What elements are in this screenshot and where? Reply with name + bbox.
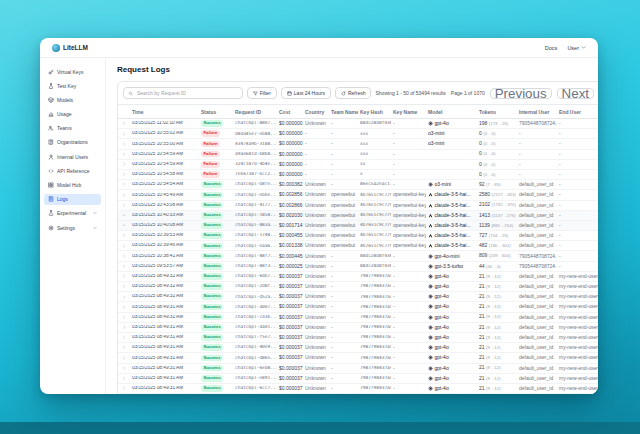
sidebar-item-model-hub[interactable]: Model Hub bbox=[44, 180, 101, 191]
table-row[interactable]: 03/15/2025 10:43:08 AMSuccesschatcmpl-41… bbox=[118, 201, 598, 211]
table-row[interactable]: 03/15/2025 10:45:49 AMSuccesschatcmpl-eb… bbox=[118, 190, 598, 200]
table-row[interactable]: 03/15/2025 08:49:32 AMSuccesschatcmpl-6d… bbox=[118, 272, 598, 282]
status-badge: Success bbox=[201, 232, 223, 239]
model-name: gpt-4o bbox=[435, 335, 449, 340]
tokens-total: 21 bbox=[479, 284, 486, 289]
row-expander[interactable] bbox=[118, 180, 130, 189]
row-expander[interactable] bbox=[118, 150, 130, 159]
search-input[interactable] bbox=[135, 89, 238, 97]
cell-status: Success bbox=[199, 344, 233, 351]
table-row[interactable]: 03/15/2025 09:53:57 AMSuccesschatcmpl-88… bbox=[118, 262, 598, 272]
anthropic-icon bbox=[428, 223, 433, 228]
table-row[interactable]: 03/15/2025 10:40:33 AMSuccesschatcmpl-18… bbox=[118, 211, 598, 221]
row-expander[interactable] bbox=[118, 119, 130, 128]
table-row[interactable]: 03/15/2025 10:39:46 AMSuccesschatcmpl-ea… bbox=[118, 241, 598, 251]
table-row[interactable]: 03/15/2025 08:49:31 AMSuccesschatcmpl-da… bbox=[118, 323, 598, 333]
sidebar-item-logs[interactable]: Logs bbox=[44, 194, 101, 205]
row-expander[interactable] bbox=[118, 353, 130, 362]
table-row[interactable]: 03/15/2025 10:54:54 AMSuccesschatcmpl-b8… bbox=[118, 180, 598, 190]
brand-name: LiteLLM bbox=[63, 44, 88, 51]
row-expander[interactable] bbox=[118, 292, 130, 301]
sidebar-item-internal-users[interactable]: Internal Users bbox=[44, 151, 101, 162]
table-row[interactable]: 03/15/2025 08:49:31 AMSuccesschatcmpl-a0… bbox=[118, 302, 598, 312]
cell-key-name: - bbox=[391, 121, 426, 126]
sidebar-item-label: Experimental bbox=[57, 210, 86, 216]
table-row[interactable]: 03/15/2025 10:54:58 AMFailure7eb67387-bc… bbox=[118, 170, 598, 180]
row-expander[interactable] bbox=[118, 364, 130, 373]
row-expander[interactable] bbox=[118, 343, 130, 352]
table-row[interactable]: 03/15/2025 10:40:08 AMSuccesschatcmpl-88… bbox=[118, 221, 598, 231]
table-row[interactable]: 03/15/2025 08:49:31 AMSuccesschatcmpl-cd… bbox=[118, 313, 598, 323]
row-expander[interactable] bbox=[118, 374, 130, 383]
table-row[interactable]: 03/15/2025 08:49:31 AMSuccesschatcmpl-40… bbox=[118, 343, 598, 353]
sidebar-item-virtual-keys[interactable]: Virtual Keys bbox=[44, 66, 101, 77]
cell-time: 03/15/2025 08:49:31 AM bbox=[130, 305, 199, 310]
row-expander[interactable] bbox=[118, 333, 130, 342]
sidebar: Virtual KeysTest KeyModelsUsageTeamsOrga… bbox=[40, 58, 106, 394]
row-expander[interactable] bbox=[118, 201, 130, 210]
search-box[interactable] bbox=[123, 87, 243, 99]
row-expander[interactable] bbox=[118, 302, 130, 311]
sidebar-item-settings[interactable]: Settings bbox=[44, 222, 101, 233]
app-window: LiteLLM Docs User Virtual KeysTest KeyMo… bbox=[40, 38, 598, 394]
row-expander[interactable] bbox=[118, 190, 130, 199]
row-expander[interactable] bbox=[118, 211, 130, 220]
user-menu[interactable]: User bbox=[567, 45, 586, 51]
sidebar-item-models[interactable]: Models bbox=[44, 94, 101, 105]
row-expander[interactable] bbox=[118, 384, 130, 393]
row-expander[interactable] bbox=[118, 160, 130, 169]
row-expander[interactable] bbox=[118, 221, 130, 230]
row-expander[interactable] bbox=[118, 262, 130, 271]
table-row[interactable]: 03/15/2025 10:39:53 AMSuccesschatcmpl-17… bbox=[118, 231, 598, 241]
table-row[interactable]: 03/15/2025 08:49:32 AMSuccesschatcmpl-2d… bbox=[118, 282, 598, 292]
sidebar-item-teams[interactable]: Teams bbox=[44, 123, 101, 134]
row-expander[interactable] bbox=[118, 272, 130, 281]
cell-key-name: - bbox=[391, 141, 426, 146]
cell-cost: $0.000037 bbox=[277, 355, 303, 360]
openai-icon bbox=[428, 294, 433, 299]
row-expander[interactable] bbox=[118, 282, 130, 291]
row-expander[interactable] bbox=[118, 231, 130, 240]
table-row[interactable]: 03/15/2025 10:38:41 AMSuccesschatcmpl-88… bbox=[118, 251, 598, 261]
row-expander[interactable] bbox=[118, 170, 130, 179]
cell-key-hash: 4b7651c9c7795... bbox=[358, 193, 391, 198]
table-row[interactable]: 03/15/2025 10:55:02 AMFailured8da45e7-eb… bbox=[118, 129, 598, 139]
filter-button[interactable]: Filter bbox=[247, 87, 277, 99]
docs-link[interactable]: Docs bbox=[545, 45, 558, 51]
sidebar-item-experimental[interactable]: Experimental bbox=[44, 208, 101, 219]
cell-tokens: 44 (40→4) bbox=[477, 264, 517, 269]
row-expander[interactable] bbox=[118, 241, 130, 250]
sidebar-item-label: API Reference bbox=[57, 168, 90, 174]
sidebar-item-usage[interactable]: Usage bbox=[44, 109, 101, 120]
tokens-total: 21 bbox=[479, 365, 486, 370]
status-badge: Success bbox=[201, 120, 223, 127]
sidebar-item-organizations[interactable]: Organizations bbox=[44, 137, 101, 148]
row-expander[interactable] bbox=[118, 139, 130, 148]
row-expander[interactable] bbox=[118, 313, 130, 322]
cell-status: Success bbox=[199, 243, 233, 250]
cell-end-user: - bbox=[557, 141, 598, 146]
table-row[interactable]: 03/15/2025 08:49:31 AMSuccesschatcmpl-e8… bbox=[118, 374, 598, 384]
sidebar-item-api-reference[interactable]: API Reference bbox=[44, 165, 101, 176]
next-page-button[interactable]: Next bbox=[557, 88, 594, 99]
row-expander[interactable] bbox=[118, 129, 130, 138]
table-row[interactable]: 03/15/2025 08:49:31 AMSuccesschatcmpl-d8… bbox=[118, 353, 598, 363]
row-expander[interactable] bbox=[118, 251, 130, 260]
previous-page-button[interactable]: Previous bbox=[490, 88, 552, 99]
cell-key-name: openwebui-key-2 bbox=[391, 213, 426, 218]
tokens-breakdown: (180→302) bbox=[489, 243, 511, 248]
table-row[interactable]: 03/15/2025 08:49:31 AMSuccesschatcmpl-6c… bbox=[118, 384, 598, 394]
table-row[interactable]: 03/15/2025 10:54:59 AMFailurea9ae681d-b8… bbox=[118, 150, 598, 160]
table-row[interactable]: 03/15/2025 10:54:59 AMFailure324c187d-4b… bbox=[118, 160, 598, 170]
row-expander[interactable] bbox=[118, 323, 130, 332]
refresh-button[interactable]: Refresh bbox=[335, 87, 372, 99]
time-range-button[interactable]: Last 24 Hours bbox=[281, 87, 331, 99]
sidebar-item-test-key[interactable]: Test Key bbox=[44, 80, 101, 91]
table-row[interactable]: 03/15/2025 11:02:10 AMSuccesschatcmpl-88… bbox=[118, 119, 598, 129]
sidebar-item-label: Model Hub bbox=[57, 182, 81, 188]
table-row[interactable]: 03/15/2025 08:49:31 AMSuccesschatcmpl-6e… bbox=[118, 364, 598, 374]
table-row[interactable]: 03/15/2025 10:55:00 AMFailure43474a9b-31… bbox=[118, 139, 598, 149]
table-row[interactable]: 03/15/2025 08:49:32 AMSuccesschatcmpl-d5… bbox=[118, 292, 598, 302]
cell-status: Success bbox=[199, 212, 233, 219]
table-row[interactable]: 03/15/2025 08:49:31 AMSuccesschatcmpl-f5… bbox=[118, 333, 598, 343]
